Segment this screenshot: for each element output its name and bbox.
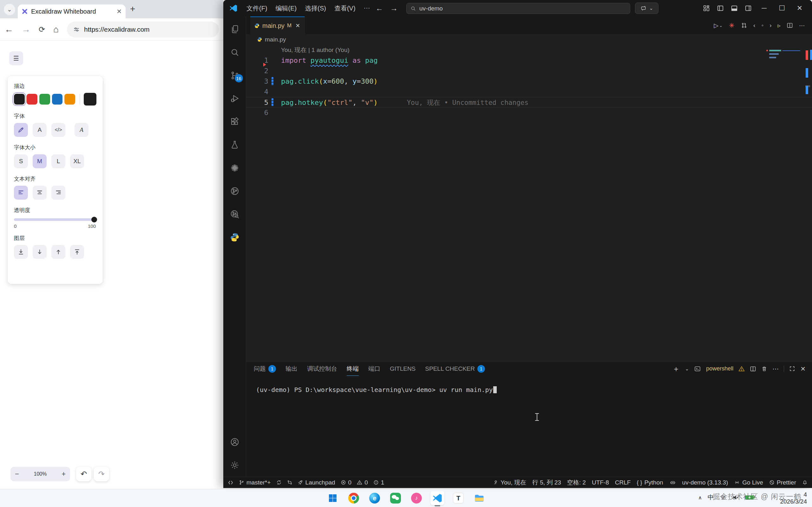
code-line-1[interactable]: 1import pyautogui as pag <box>246 55 812 66</box>
terminal-dropdown-chevron-icon[interactable]: ⌄ <box>685 366 689 372</box>
taskbar-explorer-icon[interactable] <box>472 491 486 505</box>
breadcrumb[interactable]: main.py <box>246 34 812 45</box>
menu-item-1[interactable]: 编辑(E) <box>271 2 301 14</box>
code-line-6[interactable]: 6 <box>246 107 812 118</box>
stroke-swatch-2[interactable] <box>39 94 50 105</box>
run-circle-icon[interactable]: ▹ <box>777 22 780 29</box>
status-right-prettier[interactable]: Prettier <box>769 479 796 486</box>
terminal-shell-label[interactable]: powershell <box>706 365 733 372</box>
reload-icon[interactable]: ⟳ <box>39 25 45 34</box>
taskbar-typora-icon[interactable]: T <box>451 491 465 505</box>
minimap[interactable] <box>766 50 801 60</box>
align-right-button[interactable] <box>51 186 65 200</box>
toggle-secondary-sidebar-icon[interactable] <box>745 5 752 12</box>
opacity-slider[interactable] <box>14 218 96 221</box>
starburst-extension-icon[interactable] <box>223 160 246 176</box>
terminal[interactable]: (uv-demo) PS D:\workspace\vue-learning\u… <box>246 376 812 476</box>
new-terminal-icon[interactable]: ＋ <box>672 364 680 374</box>
align-center-button[interactable] <box>33 186 47 200</box>
panel-tab-0[interactable]: 问题1 <box>254 361 276 376</box>
taskbar-edge-icon[interactable]: e <box>368 491 382 505</box>
status-right-uv-demo-3-13-3-[interactable]: uv-demo (3.13.3) <box>682 479 728 486</box>
toggle-sidebar-icon[interactable] <box>717 5 724 12</box>
font-normal-button[interactable]: A <box>33 123 47 137</box>
tray-chevron-up-icon[interactable]: ∧ <box>698 495 702 501</box>
zoom-out-button[interactable]: − <box>15 470 19 478</box>
breadcrumb-item[interactable]: main.py <box>265 36 286 43</box>
menu-item-2[interactable]: 选择(S) <box>301 2 330 14</box>
stroke-swatch-3[interactable] <box>52 94 63 105</box>
menu-item-3[interactable]: 查看(V) <box>330 2 360 14</box>
home-icon[interactable]: ⌂ <box>53 24 59 35</box>
code-line-2[interactable]: 2 <box>246 66 812 76</box>
panel-more-icon[interactable]: ⋯ <box>772 365 779 373</box>
extensions-icon[interactable] <box>223 114 246 129</box>
run-debug-icon[interactable] <box>223 91 246 106</box>
panel-tab-3[interactable]: 终端 <box>347 361 359 376</box>
status-right-python[interactable]: { }Python <box>637 479 663 486</box>
status-right--5-23[interactable]: 行 5, 列 23 <box>532 478 561 487</box>
tab-search-chevron-icon[interactable]: ⌄ <box>4 4 15 15</box>
font-serif-button[interactable]: A <box>74 123 89 137</box>
panel-tab-1[interactable]: 输出 <box>286 361 298 376</box>
stroke-swatch-4[interactable] <box>64 94 75 105</box>
copilot-button[interactable]: ⌄ <box>635 3 658 14</box>
back-icon[interactable]: ← <box>4 24 13 35</box>
taskbar-start-icon[interactable] <box>326 491 340 505</box>
nav-forward-icon[interactable]: → <box>390 4 398 13</box>
testing-icon[interactable] <box>223 137 246 153</box>
status-right-utf-8[interactable]: UTF-8 <box>592 479 609 486</box>
nav-back-icon[interactable]: ← <box>375 4 383 13</box>
code-editor[interactable]: You, 现在 | 1 author (You) 1import pyautog… <box>246 45 812 361</box>
zoom-value[interactable]: 100% <box>34 471 47 477</box>
more-actions-icon[interactable]: ⋯ <box>799 22 805 29</box>
current-stroke-swatch[interactable] <box>84 93 96 106</box>
menu-item-0[interactable]: 文件(F) <box>242 2 271 14</box>
status-left-compare[interactable] <box>287 480 293 485</box>
send-to-back-button[interactable] <box>14 245 28 259</box>
font-size-xl-button[interactable]: XL <box>70 154 84 168</box>
status-left-1[interactable]: 1 <box>373 479 385 486</box>
minimize-icon[interactable]: ─ <box>759 4 769 12</box>
align-left-button[interactable] <box>14 186 28 200</box>
panel-tab-2[interactable]: 调试控制台 <box>307 361 337 376</box>
send-backward-button[interactable] <box>33 245 47 259</box>
account-icon[interactable] <box>223 435 246 450</box>
hamburger-menu-button[interactable]: ☰ <box>9 51 23 65</box>
new-tab-button[interactable]: + <box>130 4 135 14</box>
browser-tab[interactable]: Excalidraw Whiteboard ✕ <box>18 4 125 18</box>
customize-layout-icon[interactable] <box>703 5 710 12</box>
command-center-search[interactable]: uv-demo <box>406 3 630 14</box>
status-left-launchpad[interactable]: Launchpad <box>298 479 335 486</box>
kill-terminal-icon[interactable] <box>761 366 767 372</box>
close-panel-icon[interactable]: ✕ <box>800 365 806 373</box>
redo-button[interactable]: ↷ <box>94 467 109 481</box>
status-right-go-live[interactable]: Go Live <box>734 479 763 486</box>
stroke-swatch-0[interactable] <box>14 94 25 105</box>
nav-forward-circle-icon[interactable]: › <box>769 22 771 29</box>
gitlens-inspect-icon[interactable] <box>223 207 246 222</box>
bring-to-front-button[interactable] <box>70 245 84 259</box>
zoom-in-button[interactable]: + <box>61 470 66 478</box>
stroke-swatch-1[interactable] <box>27 94 38 105</box>
close-icon[interactable]: ✕ <box>794 4 805 12</box>
panel-tab-6[interactable]: SPELL CHECKER1 <box>425 361 485 376</box>
tune-icon[interactable] <box>73 26 80 33</box>
overview-ruler[interactable] <box>805 45 812 361</box>
code-line-3[interactable]: 3pag.click(x=600, y=300) <box>246 76 812 87</box>
font-code-button[interactable]: </> <box>51 123 65 137</box>
code-line-5[interactable]: 5pag.hotkey("ctrl", "v")You, 现在 • Uncomm… <box>246 97 812 107</box>
taskbar-pink-app-icon[interactable]: ♪ <box>409 491 423 505</box>
font-size-l-button[interactable]: L <box>51 154 65 168</box>
excalidraw-canvas[interactable]: ☰ 描边 字体 A</>A 字体大小 SMLXL 文本对齐 透明度 <box>0 41 223 489</box>
taskbar-wechat-icon[interactable] <box>389 491 403 505</box>
status-right-bell[interactable] <box>802 480 808 486</box>
font-size-m-button[interactable]: M <box>33 154 47 168</box>
opacity-slider-knob[interactable] <box>91 217 97 222</box>
taskbar-chrome-icon[interactable] <box>347 491 361 505</box>
address-bar[interactable]: https://excalidraw.com <box>67 21 219 38</box>
search-icon[interactable] <box>223 45 246 60</box>
undo-button[interactable]: ↶ <box>76 467 91 481</box>
status-right-copilot[interactable] <box>669 480 676 486</box>
tab-close-icon[interactable]: ✕ <box>295 22 300 29</box>
